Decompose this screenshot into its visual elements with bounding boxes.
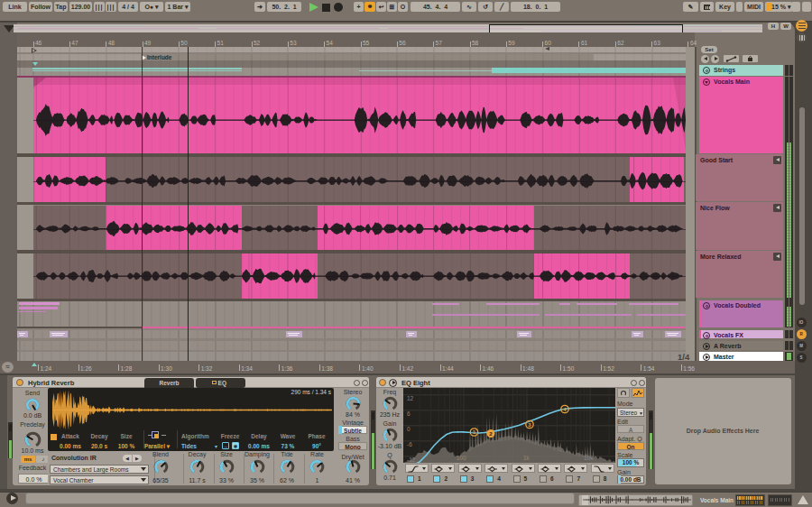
svg-text:0: 0 [407, 426, 411, 432]
svg-text:6: 6 [407, 410, 411, 417]
svg-text:-6: -6 [407, 441, 412, 447]
svg-text:1k: 1k [523, 455, 531, 461]
svg-text:100: 100 [457, 455, 466, 461]
svg-text:-12: -12 [407, 456, 416, 463]
svg-text:12: 12 [407, 395, 414, 401]
svg-text:10k: 10k [584, 455, 594, 461]
